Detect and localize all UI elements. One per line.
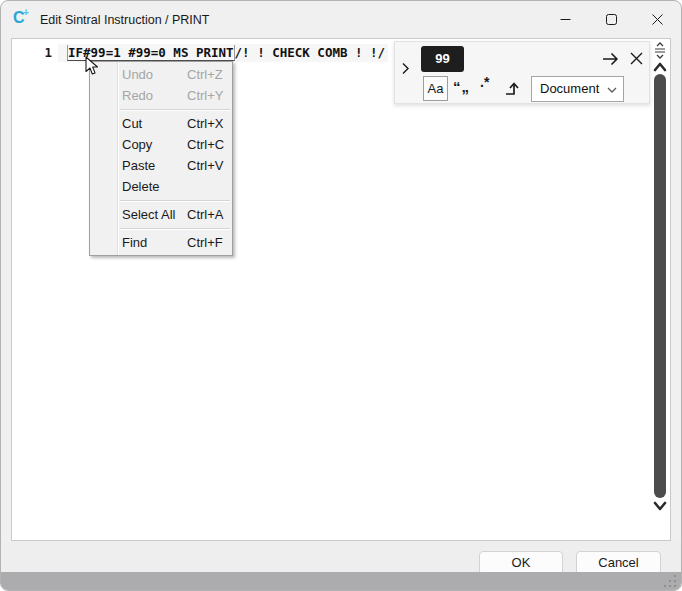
status-bar — [1, 572, 681, 590]
menu-item-shortcut: Ctrl+V — [187, 155, 223, 176]
footer-row: OK Cancel — [1, 541, 681, 574]
match-case-button[interactable]: Aa — [423, 76, 448, 101]
menu-item-find[interactable]: Find Ctrl+F — [90, 232, 232, 253]
dialog-window: C + Edit Sintral Instruction / PRINT 1 I… — [0, 0, 682, 591]
chevron-down-icon — [607, 86, 617, 94]
find-next-button[interactable] — [602, 51, 620, 67]
arrow-right-icon — [602, 51, 620, 67]
menu-item-shortcut: Ctrl+A — [187, 204, 223, 225]
minimize-icon — [560, 14, 571, 25]
menu-item-cut[interactable]: Cut Ctrl+X — [90, 113, 232, 134]
menu-separator — [120, 200, 230, 201]
code-line[interactable]: IF#99=1 #99=0 MS PRINT/! ! CHECK COMB ! … — [67, 45, 385, 60]
scroll-down-button[interactable] — [653, 500, 667, 512]
resize-grip[interactable] — [664, 575, 678, 588]
search-input[interactable]: 99 — [421, 46, 464, 72]
menu-item-shortcut: Ctrl+F — [187, 232, 223, 253]
menu-item-copy[interactable]: Copy Ctrl+C — [90, 134, 232, 155]
menu-item-paste[interactable]: Paste Ctrl+V — [90, 155, 232, 176]
app-icon: C + — [13, 11, 30, 28]
find-options-row: Aa “„ .* Document — [395, 76, 649, 102]
splitter-icon — [653, 42, 667, 59]
close-find-button[interactable] — [630, 52, 644, 66]
menu-item-select-all[interactable]: Select All Ctrl+A — [90, 204, 232, 225]
maximize-icon — [606, 14, 617, 25]
menu-item-label: Find — [122, 232, 147, 253]
expand-find-button[interactable] — [401, 62, 415, 76]
window-controls — [542, 2, 680, 37]
menu-item-label: Cut — [122, 113, 142, 134]
close-icon — [652, 14, 663, 25]
menu-item-label: Select All — [122, 204, 175, 225]
menu-item-shortcut: Ctrl+X — [187, 113, 223, 134]
menu-item-redo[interactable]: Redo Ctrl+Y — [90, 85, 232, 106]
menu-separator — [120, 228, 230, 229]
menu-item-label: Paste — [122, 155, 155, 176]
close-button[interactable] — [634, 2, 680, 37]
maximize-button[interactable] — [588, 2, 634, 37]
close-icon — [630, 52, 643, 65]
split-editor-grip[interactable] — [653, 42, 667, 59]
search-scope-dropdown[interactable]: Document — [531, 76, 624, 102]
vertical-scrollbar[interactable] — [651, 40, 669, 539]
title-bar: C + Edit Sintral Instruction / PRINT — [1, 1, 681, 38]
scroll-up-button[interactable] — [653, 61, 667, 73]
menu-item-label: Delete — [122, 176, 160, 197]
menu-item-shortcut: Ctrl+Z — [187, 64, 223, 85]
menu-separator — [120, 109, 230, 110]
line-number: 1 — [12, 45, 52, 60]
menu-item-undo[interactable]: Undo Ctrl+Z — [90, 64, 232, 85]
code-rest-segment: /! ! CHECK COMB ! !/ — [235, 45, 386, 60]
search-up-button[interactable] — [503, 80, 521, 98]
menu-item-label: Redo — [122, 85, 153, 106]
menu-item-shortcut: Ctrl+Y — [187, 85, 223, 106]
search-scope-value: Document — [540, 81, 599, 96]
arrow-bend-up-icon — [503, 80, 521, 98]
minimize-button[interactable] — [542, 2, 588, 37]
regex-button[interactable]: .* — [480, 74, 489, 90]
chevron-up-icon — [653, 61, 667, 73]
find-panel: 99 Aa “„ .* Document — [394, 41, 650, 104]
menu-item-shortcut: Ctrl+C — [187, 134, 224, 155]
menu-item-delete[interactable]: Delete — [90, 176, 232, 197]
whole-word-button[interactable]: “„ — [453, 78, 470, 95]
chevron-right-icon — [401, 62, 410, 75]
window-title: Edit Sintral Instruction / PRINT — [40, 13, 210, 27]
cursor-icon — [85, 56, 99, 76]
chevron-down-icon — [653, 500, 667, 512]
scrollbar-thumb[interactable] — [654, 74, 666, 498]
menu-item-label: Undo — [122, 64, 153, 85]
app-icon-plus: + — [23, 7, 29, 18]
context-menu: Undo Ctrl+Z Redo Ctrl+Y Cut Ctrl+X Copy … — [89, 61, 233, 256]
menu-item-label: Copy — [122, 134, 152, 155]
